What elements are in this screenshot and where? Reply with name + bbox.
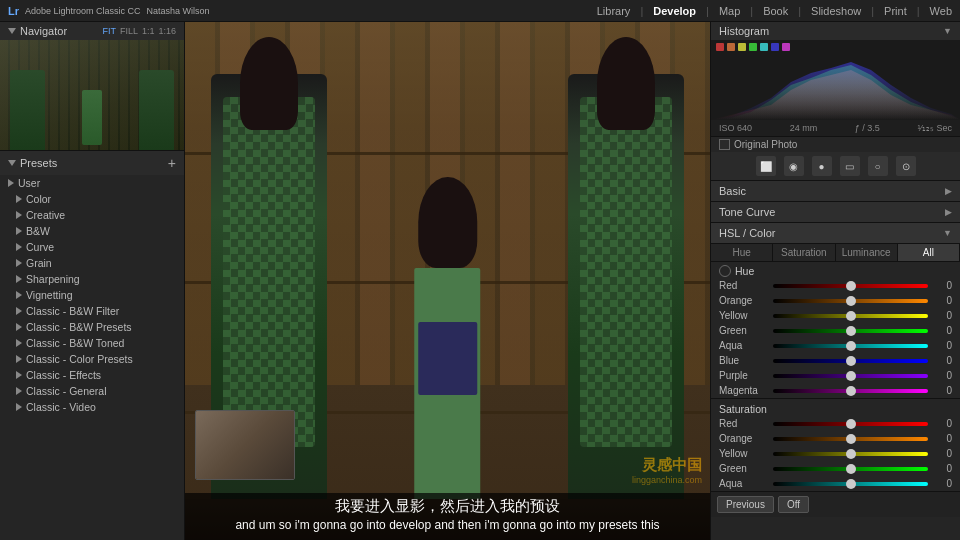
sat-yellow-thumb[interactable] — [846, 449, 856, 459]
fit-control[interactable]: FIT — [102, 26, 116, 36]
preset-item-classic-cp[interactable]: Classic - Color Presets — [0, 351, 184, 367]
hsl-tab-all[interactable]: All — [898, 244, 960, 261]
preset-arrow — [16, 275, 22, 283]
preset-item-curve[interactable]: Curve — [0, 239, 184, 255]
preset-item-grain[interactable]: Grain — [0, 255, 184, 271]
hsl-tabs: Hue Saturation Luminance All — [711, 244, 960, 262]
presets-header[interactable]: Presets + — [0, 151, 184, 175]
hue-aqua-track[interactable] — [773, 344, 928, 348]
preset-item-sharpening[interactable]: Sharpening — [0, 271, 184, 287]
hue-magenta-track[interactable] — [773, 389, 928, 393]
nav-web[interactable]: Web — [930, 5, 952, 17]
presets-group-user[interactable]: User — [0, 175, 184, 191]
photo-area: 灵感中国 lingganchina.com 我要进入显影，然后进入我的预设 an… — [185, 22, 710, 540]
sat-red-label: Red — [719, 418, 769, 429]
sat-row-aqua: Aqua 0 — [711, 476, 960, 491]
presets-label: Presets — [20, 157, 57, 169]
hue-yellow-track[interactable] — [773, 314, 928, 318]
preset-arrow — [16, 307, 22, 315]
sat-green-track[interactable] — [773, 467, 928, 471]
sat-red-track[interactable] — [773, 422, 928, 426]
1-16-control[interactable]: 1:16 — [158, 26, 176, 36]
preset-item-classic-general[interactable]: Classic - General — [0, 383, 184, 399]
off-button[interactable]: Off — [778, 496, 809, 513]
svg-rect-0 — [711, 40, 960, 55]
presets-chevron — [8, 160, 16, 166]
preset-item-classic-bwf[interactable]: Classic - B&W Filter — [0, 303, 184, 319]
main-nav: Library | Develop | Map | Book | Slidesh… — [597, 5, 952, 17]
hue-purple-track[interactable] — [773, 374, 928, 378]
preset-item-creative[interactable]: Creative — [0, 207, 184, 223]
sat-red-thumb[interactable] — [846, 419, 856, 429]
nav-slideshow[interactable]: Slideshow — [811, 5, 861, 17]
hue-red-track[interactable] — [773, 284, 928, 288]
healing-tool[interactable]: ◉ — [784, 156, 804, 176]
preset-item-color[interactable]: Color — [0, 191, 184, 207]
hue-yellow-label: Yellow — [719, 310, 769, 321]
hue-row-green: Green 0 — [711, 323, 960, 338]
preset-label: Classic - Effects — [26, 369, 101, 381]
hue-blue-track[interactable] — [773, 359, 928, 363]
preset-item-classic-effects[interactable]: Classic - Effects — [0, 367, 184, 383]
1-1-control[interactable]: 1:1 — [142, 26, 155, 36]
hue-magenta-thumb[interactable] — [846, 386, 856, 396]
navigator-header[interactable]: Navigator FIT FILL 1:1 1:16 — [0, 22, 184, 40]
preset-item-bw[interactable]: B&W — [0, 223, 184, 239]
preset-item-vignetting[interactable]: Vignetting — [0, 287, 184, 303]
left-panel: Navigator FIT FILL 1:1 1:16 — [0, 22, 185, 540]
gradient-tool[interactable]: ▭ — [840, 156, 860, 176]
tone-curve-header[interactable]: Tone Curve ▶ — [711, 202, 960, 223]
hue-green-thumb[interactable] — [846, 326, 856, 336]
hsl-tab-saturation[interactable]: Saturation — [773, 244, 835, 261]
add-preset-button[interactable]: + — [168, 155, 176, 171]
hue-blue-thumb[interactable] — [846, 356, 856, 366]
nav-controls: FIT FILL 1:1 1:16 — [102, 26, 176, 36]
hsl-label: HSL / Color — [719, 227, 775, 239]
fill-control[interactable]: FILL — [120, 26, 138, 36]
hue-aqua-thumb[interactable] — [846, 341, 856, 351]
nav-book[interactable]: Book — [763, 5, 788, 17]
sat-aqua-track[interactable] — [773, 482, 928, 486]
hsl-header[interactable]: HSL / Color ▼ — [711, 223, 960, 244]
histogram-canvas — [711, 40, 960, 120]
hue-yellow-thumb[interactable] — [846, 311, 856, 321]
preset-item-classic-bwt[interactable]: Classic - B&W Toned — [0, 335, 184, 351]
previous-button[interactable]: Previous — [717, 496, 774, 513]
basic-header[interactable]: Basic ▶ — [711, 181, 960, 202]
sat-yellow-track[interactable] — [773, 452, 928, 456]
presets-list: User Color Creative B&W Curve — [0, 175, 184, 415]
svg-rect-3 — [738, 43, 746, 51]
navigator-section: Navigator FIT FILL 1:1 1:16 — [0, 22, 184, 151]
preset-item-classic-bwp[interactable]: Classic - B&W Presets — [0, 319, 184, 335]
nav-develop[interactable]: Develop — [653, 5, 696, 17]
hue-orange-track[interactable] — [773, 299, 928, 303]
redeye-tool[interactable]: ● — [812, 156, 832, 176]
hue-green-track[interactable] — [773, 329, 928, 333]
preset-label: Vignetting — [26, 289, 73, 301]
hue-red-thumb[interactable] — [846, 281, 856, 291]
nav-map[interactable]: Map — [719, 5, 740, 17]
hsl-tab-hue[interactable]: Hue — [711, 244, 773, 261]
radial-tool[interactable]: ○ — [868, 156, 888, 176]
sat-green-thumb[interactable] — [846, 464, 856, 474]
preset-item-classic-video[interactable]: Classic - Video — [0, 399, 184, 415]
hue-orange-label: Orange — [719, 295, 769, 306]
navigator-label: Navigator — [20, 25, 67, 37]
nav-library[interactable]: Library — [597, 5, 631, 17]
adjustment-tool[interactable]: ⊙ — [896, 156, 916, 176]
hue-purple-thumb[interactable] — [846, 371, 856, 381]
nav-print[interactable]: Print — [884, 5, 907, 17]
original-photo-checkbox[interactable] — [719, 139, 730, 150]
hsl-tab-luminance[interactable]: Luminance — [836, 244, 898, 261]
video-thumbnail — [195, 410, 295, 480]
sat-aqua-thumb[interactable] — [846, 479, 856, 489]
histogram-header[interactable]: Histogram ▼ — [711, 22, 960, 40]
sat-orange-track[interactable] — [773, 437, 928, 441]
crop-tool[interactable]: ⬜ — [756, 156, 776, 176]
saturation-section-label-row: Saturation — [711, 398, 960, 416]
hue-red-value: 0 — [932, 280, 952, 291]
hue-orange-thumb[interactable] — [846, 296, 856, 306]
hue-magenta-value: 0 — [932, 385, 952, 396]
sat-orange-label: Orange — [719, 433, 769, 444]
sat-orange-thumb[interactable] — [846, 434, 856, 444]
